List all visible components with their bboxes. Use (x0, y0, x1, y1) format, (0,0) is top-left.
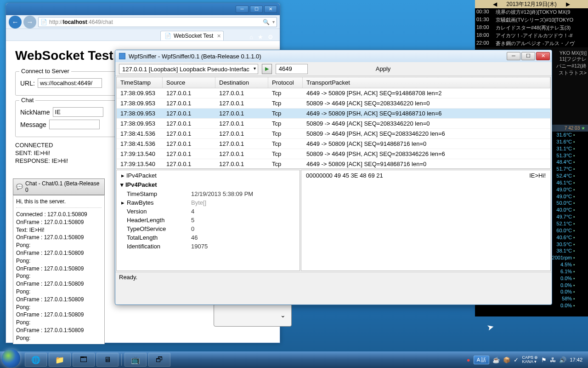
detail-property[interactable]: ▸RawBytesByte[] (117, 198, 300, 207)
status-bar: Ready. (115, 272, 552, 282)
chat-log-line: Connected : 127.0.0.1:50809 (16, 211, 102, 218)
nickname-input[interactable] (53, 107, 103, 117)
message-label: Message (20, 121, 46, 128)
taskbar-explorer-button[interactable]: 📁 (49, 353, 71, 367)
partial-window-chevron[interactable]: ⌄ (214, 304, 292, 327)
tab-websocket-test[interactable]: 📄 WebSocket Test ✕ (160, 31, 224, 40)
tab-bar: 📄 WebSocket Test ✕ ⌂ ★ ⚙ (6, 29, 280, 41)
chat-log-line: OnFrame : 127.0.0.1:50809 (16, 249, 102, 257)
address-bar[interactable]: 📄 http://localhost:4649/chat 🔍 ▾ (38, 17, 277, 27)
tray-icon[interactable]: ✓ (514, 356, 519, 363)
tab-close-icon[interactable]: ✕ (217, 33, 221, 39)
schedule-item[interactable]: 00:30境界の彼方#12(終)[TOKYO MX(9 (475, 8, 588, 16)
chat-log-line: OnFrame : 127.0.0.1:50809 (16, 296, 102, 304)
sidebar-date[interactable]: ◀ 2013年12月19日(木) ▶ (475, 0, 588, 8)
system-tray: ● A 話 ☕ 📦 ✓ CAPS ⊗KANA ▾ ⚑ 🖧 🔊 17:42 (467, 356, 586, 364)
close-button[interactable]: ✕ (264, 6, 277, 13)
maximize-button[interactable]: ☐ (250, 6, 263, 13)
favorites-icon[interactable]: ★ (258, 34, 263, 40)
packet-row[interactable]: 17:38:09.953127.0.0.1127.0.0.1Tcp50809 -… (117, 119, 550, 129)
detail-property[interactable]: HeaderLength5 (117, 216, 300, 224)
schedule-item[interactable]: 18:00カレイドスター#48(再)[テレ玉(3) (475, 24, 588, 32)
sniffer-app-icon (119, 53, 125, 59)
url-label: URL: (20, 80, 35, 87)
packet-row[interactable]: 17:38:09.953127.0.0.1127.0.0.1Tcp4649 ->… (117, 88, 550, 98)
tray-icon[interactable]: ● (467, 356, 470, 363)
minimize-button[interactable]: ─ (507, 52, 520, 60)
taskbar: 🌐 📁 🗔 🖥 📺 🗗 ● A 話 ☕ 📦 ✓ CAPS ⊗KANA ▾ ⚑ 🖧… (0, 351, 588, 368)
port-input[interactable]: 4649 (276, 64, 308, 74)
settings-icon[interactable]: ⚙ (268, 34, 273, 40)
clock[interactable]: 17:42 (570, 357, 582, 362)
minimize-button[interactable]: ─ (236, 6, 249, 13)
search-icon[interactable]: 🔍 (263, 19, 270, 25)
server-greeting: Hi, this is the server. (16, 198, 102, 208)
packet-row[interactable]: 17:39:13.540127.0.0.1127.0.0.1Tcp50809 -… (117, 149, 550, 159)
url-input[interactable] (38, 78, 102, 88)
tv-schedule: 00:30境界の彼方#12(終)[TOKYO MX(901:30京騒戯画(TVシ… (475, 8, 588, 47)
nickname-label: NickName (20, 109, 50, 116)
chat-titlebar[interactable]: 💬 Chat - Chat/0.1 (Beta-Release 0 (13, 178, 105, 195)
detail-pane: ▸IPv4Packet ▾IPv4Packet TimeStamp12/19/2… (116, 170, 551, 271)
detail-property[interactable]: Version4 (117, 207, 300, 216)
ie-navigation: ← → 📄 http://localhost:4649/chat 🔍 ▾ (6, 15, 280, 29)
packet-detail-tree[interactable]: ▸IPv4Packet ▾IPv4Packet TimeStamp12/19/2… (116, 170, 300, 271)
schedule-item[interactable]: 18:00アイカツ！-アイドルカツドウ！-# (475, 32, 588, 40)
taskbar-app-button[interactable]: 🗔 (73, 353, 95, 367)
hex-view[interactable]: 00000000 49 45 3E 48 69 21 IE>Hi! (301, 170, 551, 271)
action-center-icon[interactable]: ⚑ (541, 356, 547, 363)
chat-log-line: Pong: (16, 319, 102, 327)
taskbar-ie-button[interactable]: 🌐 (25, 353, 47, 367)
chat-log-line: OnFrame : 127.0.0.1:50809 (16, 327, 102, 334)
tray-icon[interactable]: 📦 (503, 356, 510, 363)
chat-log-line: Pong: (16, 257, 102, 265)
schedule-item[interactable]: 01:30京騒戯画(TVシリーズ)#10[TOKYO (475, 16, 588, 24)
ime-indicator[interactable]: A 話 (474, 356, 490, 364)
caps-kana-indicator[interactable]: CAPS ⊗KANA ▾ (522, 356, 538, 364)
page-icon: 📄 (164, 33, 171, 39)
volume-icon[interactable]: 🔊 (559, 356, 566, 363)
chat-log-line: OnFrame : 127.0.0.1:50809 (16, 280, 102, 288)
network-icon[interactable]: 🖧 (550, 356, 556, 363)
detail-property[interactable]: TimeStamp12/19/2013 5:38:09 PM (117, 190, 300, 198)
packet-row[interactable]: 17:39:13.540127.0.0.1127.0.0.1Tcp4649 ->… (117, 159, 550, 169)
packet-row[interactable]: 17:38:41.536127.0.0.1127.0.0.1Tcp4649 ->… (117, 139, 550, 149)
packet-row[interactable]: 17:38:09.953127.0.0.1127.0.0.1Tcp4649 ->… (117, 109, 550, 119)
chat-log-line: Text: IE>Hi! (16, 226, 102, 234)
next-day-icon[interactable]: ▶ (566, 1, 570, 7)
packet-grid[interactable]: TimeStamp Source Destination Protocol Tr… (116, 77, 551, 169)
chat-log-line: Pong: (16, 334, 102, 342)
taskbar-app-button[interactable]: 📺 (124, 353, 147, 367)
chat-log-line: OnFrame : 127.0.0.1:50809 (16, 234, 102, 242)
globe-icon: 📄 (40, 19, 47, 25)
taskbar-app-button[interactable]: 🖥 (96, 353, 119, 367)
home-icon[interactable]: ⌂ (249, 34, 253, 40)
sniffer-titlebar[interactable]: WpfSniffer - WpfSniffer/0.1 (Beta-Releas… (115, 50, 552, 62)
chat-log-line: OnFrame : 127.0.0.1:50809 (16, 265, 102, 273)
message-input[interactable] (49, 120, 100, 129)
interface-dropdown[interactable]: 127.0.0.1 [Loopback] Loopback Pseudo-Int… (119, 64, 258, 74)
capture-button[interactable]: ▶ (262, 64, 272, 74)
back-button[interactable]: ← (9, 16, 22, 29)
schedule-item[interactable]: 22:00蒼き鋼のアルペジオ -アルス・ノヴ (475, 40, 588, 47)
maximize-button[interactable]: ☐ (521, 52, 535, 60)
detail-property[interactable]: Identification19075 (117, 242, 300, 251)
close-button[interactable]: ✕ (536, 52, 550, 60)
taskbar-app-button[interactable]: 🗗 (148, 353, 170, 367)
chat-log-line: Pong: (16, 272, 102, 280)
prev-day-icon[interactable]: ◀ (493, 1, 497, 7)
grid-header: TimeStamp Source Destination Protocol Tr… (117, 77, 550, 88)
packet-row[interactable]: 17:38:09.953127.0.0.1127.0.0.1Tcp50809 -… (117, 98, 550, 109)
sniffer-window: WpfSniffer - WpfSniffer/0.1 (Beta-Releas… (115, 50, 552, 305)
ie-titlebar[interactable]: ─ ☐ ✕ (6, 3, 280, 15)
chat-window: 💬 Chat - Chat/0.1 (Beta-Release 0 Hi, th… (13, 178, 105, 344)
detail-property[interactable]: TotalLength46 (117, 233, 300, 242)
tray-icon[interactable]: ☕ (492, 356, 500, 363)
packet-row[interactable]: 17:38:41.536127.0.0.1127.0.0.1Tcp50809 -… (117, 129, 550, 139)
apply-label[interactable]: Apply (376, 65, 391, 72)
chat-log: Connected : 127.0.0.1:50809OnFrame : 127… (16, 211, 102, 342)
detail-property[interactable]: TypeOfService0 (117, 224, 300, 233)
start-button[interactable] (2, 349, 20, 368)
chat-log-line: Pong: (16, 288, 102, 296)
forward-button[interactable]: → (23, 16, 36, 29)
